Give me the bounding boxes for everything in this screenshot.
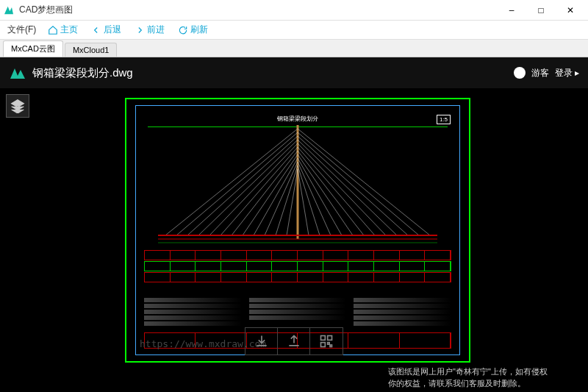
app-icon	[3, 4, 15, 16]
table-row	[144, 272, 451, 282]
svg-line-4	[198, 140, 298, 235]
svg-line-24	[298, 169, 309, 235]
svg-line-2	[176, 132, 298, 235]
table-row	[144, 250, 451, 260]
bridge-diagram	[140, 125, 455, 250]
close-button[interactable]: ✕	[556, 0, 585, 21]
svg-line-16	[298, 140, 397, 235]
login-button[interactable]: 登录 ▸	[555, 67, 579, 79]
drawing-title: 钢箱梁梁段划分	[277, 115, 318, 123]
maximize-button[interactable]: □	[526, 0, 556, 21]
svg-line-3	[187, 136, 298, 235]
svg-rect-31	[328, 343, 330, 345]
download-icon	[254, 334, 269, 349]
logo-icon	[9, 64, 26, 82]
layers-button[interactable]	[6, 94, 29, 118]
layers-icon	[10, 99, 25, 113]
drawing-canvas[interactable]: 钢箱梁梁段划分 1:5	[125, 98, 470, 363]
home-button[interactable]: 主页	[43, 22, 82, 38]
title-bar: CAD梦想画图 – □ ✕	[0, 0, 588, 21]
guest-label: 游客	[531, 67, 549, 79]
scale-badge: 1:5	[437, 115, 451, 124]
svg-line-5	[209, 143, 298, 235]
svg-rect-28	[321, 336, 326, 341]
svg-line-6	[220, 147, 298, 235]
share-button[interactable]	[278, 328, 310, 354]
home-icon	[48, 25, 58, 35]
viewer-area: 钢箱梁梁段划分.dwg 游客 登录 ▸ 钢箱梁梁段划分 1:5	[0, 57, 588, 392]
svg-line-11	[276, 165, 298, 235]
svg-line-7	[232, 151, 298, 235]
download-button[interactable]	[245, 328, 278, 354]
refresh-button[interactable]: 刷新	[173, 22, 212, 38]
tab-mxcad-cloud[interactable]: MxCAD云图	[3, 40, 63, 57]
table-row	[144, 261, 451, 271]
svg-rect-29	[328, 336, 332, 341]
svg-line-1	[165, 129, 298, 235]
share-icon	[287, 334, 301, 349]
refresh-icon	[178, 25, 188, 35]
footer-line2: 你的权益，请联系我们客服及时删除。	[388, 378, 582, 389]
svg-rect-32	[330, 345, 332, 347]
svg-line-18	[298, 147, 375, 235]
viewer-header: 钢箱梁梁段划分.dwg 游客 登录 ▸	[0, 57, 588, 88]
drawing-content: 钢箱梁梁段划分 1:5	[140, 110, 455, 350]
svg-line-12	[287, 169, 298, 235]
tab-mxcloud1[interactable]: MxCloud1	[65, 43, 118, 57]
window-title: CAD梦想画图	[19, 4, 497, 16]
footer-notice: 该图纸是网上用户"奇林有宁"上传，如有侵权 你的权益，请联系我们客服及时删除。	[382, 363, 588, 392]
drawing-frame: 钢箱梁梁段划分 1:5	[135, 105, 460, 355]
forward-icon	[135, 25, 145, 35]
svg-line-13	[298, 129, 430, 235]
svg-line-17	[298, 143, 386, 235]
filename-label: 钢箱梁梁段划分.dwg	[32, 66, 508, 80]
minimize-button[interactable]: –	[497, 0, 526, 21]
footer-line1: 该图纸是网上用户"奇林有宁"上传，如有侵权	[388, 366, 582, 377]
bottom-toolbar	[245, 327, 343, 355]
svg-line-23	[298, 165, 320, 235]
svg-line-19	[298, 151, 364, 235]
file-menu[interactable]: 文件(F)	[4, 22, 39, 38]
qrcode-button[interactable]	[310, 328, 343, 354]
back-button[interactable]: 后退	[87, 22, 126, 38]
qrcode-icon	[319, 334, 334, 349]
avatar[interactable]	[514, 67, 526, 79]
svg-line-14	[298, 132, 419, 235]
svg-rect-30	[321, 343, 326, 347]
back-icon	[91, 25, 101, 35]
svg-line-15	[298, 136, 408, 235]
menu-bar: 文件(F) 主页 后退 前进 刷新	[0, 21, 588, 40]
forward-button[interactable]: 前进	[130, 22, 169, 38]
tab-bar: MxCAD云图 MxCloud1	[0, 40, 588, 57]
data-table	[144, 250, 451, 294]
user-area: 游客 登录 ▸	[514, 67, 579, 79]
